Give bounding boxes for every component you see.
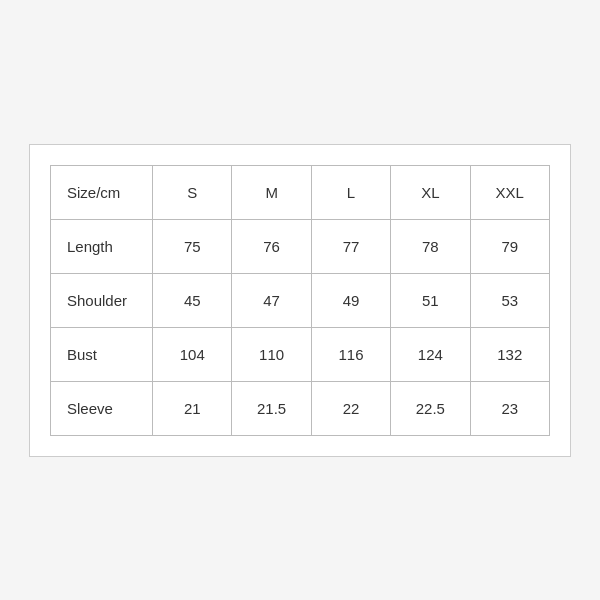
- row-value-cell: 21: [153, 381, 232, 435]
- size-chart-container: Size/cmSMLXLXXLLength7576777879Shoulder4…: [29, 144, 571, 457]
- row-value-cell: 78: [391, 219, 470, 273]
- header-size-cell: XXL: [470, 165, 549, 219]
- row-value-cell: 51: [391, 273, 470, 327]
- table-row: Bust104110116124132: [51, 327, 550, 381]
- size-chart-table: Size/cmSMLXLXXLLength7576777879Shoulder4…: [50, 165, 550, 436]
- table-row: Shoulder4547495153: [51, 273, 550, 327]
- row-value-cell: 49: [311, 273, 390, 327]
- row-value-cell: 76: [232, 219, 311, 273]
- header-size-cell: L: [311, 165, 390, 219]
- row-value-cell: 22: [311, 381, 390, 435]
- row-label-cell: Sleeve: [51, 381, 153, 435]
- table-row: Sleeve2121.52222.523: [51, 381, 550, 435]
- row-value-cell: 132: [470, 327, 549, 381]
- row-value-cell: 104: [153, 327, 232, 381]
- header-size-cell: S: [153, 165, 232, 219]
- row-value-cell: 23: [470, 381, 549, 435]
- row-value-cell: 79: [470, 219, 549, 273]
- row-value-cell: 21.5: [232, 381, 311, 435]
- header-label-cell: Size/cm: [51, 165, 153, 219]
- row-value-cell: 124: [391, 327, 470, 381]
- row-label-cell: Shoulder: [51, 273, 153, 327]
- row-value-cell: 110: [232, 327, 311, 381]
- table-row: Length7576777879: [51, 219, 550, 273]
- row-value-cell: 53: [470, 273, 549, 327]
- header-size-cell: XL: [391, 165, 470, 219]
- row-label-cell: Bust: [51, 327, 153, 381]
- row-value-cell: 47: [232, 273, 311, 327]
- header-size-cell: M: [232, 165, 311, 219]
- row-value-cell: 75: [153, 219, 232, 273]
- table-header-row: Size/cmSMLXLXXL: [51, 165, 550, 219]
- row-value-cell: 116: [311, 327, 390, 381]
- row-value-cell: 77: [311, 219, 390, 273]
- row-value-cell: 22.5: [391, 381, 470, 435]
- row-value-cell: 45: [153, 273, 232, 327]
- row-label-cell: Length: [51, 219, 153, 273]
